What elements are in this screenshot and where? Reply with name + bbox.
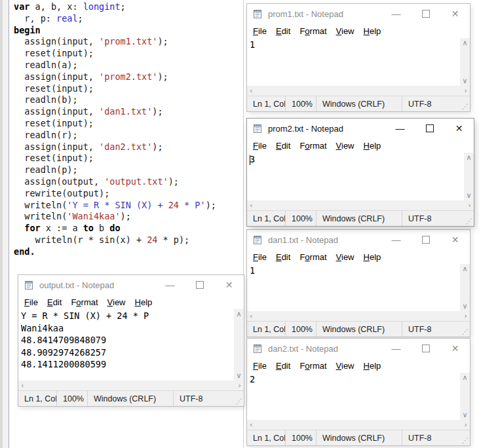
- window-title: prom1.txt - Notepad: [268, 9, 381, 19]
- menu-item-help[interactable]: Help: [359, 26, 386, 36]
- menu-item-format[interactable]: Format: [295, 252, 331, 262]
- maximize-button[interactable]: [415, 119, 444, 138]
- menu-item-file[interactable]: File: [248, 252, 271, 262]
- menu-item-view[interactable]: View: [103, 297, 130, 307]
- code-line: begin: [14, 25, 216, 37]
- scroll-left-icon[interactable]: ‹: [250, 312, 252, 320]
- notepad-window: prom2.txt - Notepad — ✕ FileEditFormatVi…: [247, 119, 474, 226]
- close-button[interactable]: ✕: [440, 339, 470, 358]
- menu-item-help[interactable]: Help: [130, 297, 157, 307]
- text-line: 48.9092974268257: [21, 346, 234, 359]
- resize-grip[interactable]: ⋰: [458, 430, 470, 445]
- close-button[interactable]: ✕: [440, 4, 470, 24]
- menu-item-view[interactable]: View: [332, 26, 359, 36]
- menu-item-edit[interactable]: Edit: [271, 26, 295, 36]
- scroll-left-icon[interactable]: ‹: [21, 382, 24, 389]
- scroll-up-icon[interactable]: ∧: [462, 373, 467, 383]
- menu-item-view[interactable]: View: [332, 361, 359, 371]
- menu-item-view[interactable]: View: [332, 252, 359, 262]
- menu-item-edit[interactable]: Edit: [271, 252, 295, 262]
- menu-item-view[interactable]: View: [332, 141, 359, 151]
- menu-item-format[interactable]: Format: [295, 26, 331, 36]
- menu-item-format[interactable]: Format: [66, 297, 102, 307]
- menu-item-edit[interactable]: Edit: [43, 297, 66, 307]
- minimize-button[interactable]: —: [381, 4, 411, 24]
- maximize-button[interactable]: [411, 4, 440, 24]
- horizontal-scrollbar[interactable]: ‹ ›: [247, 420, 470, 430]
- notepad-icon: [252, 234, 263, 245]
- scroll-right-icon[interactable]: ›: [469, 202, 471, 209]
- status-zoom-level: 100%: [286, 322, 316, 337]
- minimize-button[interactable]: —: [381, 339, 411, 358]
- scroll-left-icon[interactable]: ‹: [250, 421, 252, 428]
- notepad-icon: [24, 280, 34, 290]
- vertical-scrollbar[interactable]: ∧ ∨: [464, 153, 474, 200]
- text-area[interactable]: 3: [247, 153, 464, 200]
- text-area[interactable]: 2: [247, 373, 460, 420]
- maximize-button[interactable]: [411, 230, 440, 250]
- vertical-scrollbar[interactable]: ∧ ∨: [460, 38, 470, 86]
- title-bar[interactable]: output.txt - Notepad — ✕: [18, 275, 244, 295]
- close-button[interactable]: ✕: [440, 230, 470, 250]
- status-cursor-position: Ln 1, Col: [247, 211, 286, 226]
- minimize-button[interactable]: —: [155, 275, 185, 295]
- scroll-down-icon[interactable]: ∨: [462, 76, 467, 86]
- menu-item-help[interactable]: Help: [359, 361, 386, 371]
- title-bar[interactable]: prom2.txt - Notepad — ✕: [247, 119, 474, 138]
- code-line: assign(input, 'dan1.txt');: [14, 106, 216, 118]
- horizontal-scrollbar[interactable]: ‹ ›: [247, 86, 470, 96]
- menu-item-file[interactable]: File: [248, 141, 271, 151]
- title-bar[interactable]: dan2.txt - Notepad — ✕: [247, 339, 470, 358]
- code-line: readln(a);: [14, 60, 216, 71]
- horizontal-scrollbar[interactable]: ‹ ›: [18, 381, 244, 390]
- menu-item-edit[interactable]: Edit: [271, 361, 295, 371]
- close-button[interactable]: ✕: [444, 119, 474, 138]
- menu-item-format[interactable]: Format: [295, 141, 331, 151]
- horizontal-scrollbar[interactable]: ‹ ›: [247, 311, 470, 321]
- menu-item-file[interactable]: File: [248, 361, 271, 371]
- menu-item-file[interactable]: File: [20, 297, 43, 307]
- resize-grip[interactable]: ⋰: [458, 322, 470, 337]
- scroll-right-icon[interactable]: ›: [465, 421, 467, 428]
- maximize-button[interactable]: [411, 339, 440, 358]
- menu-item-help[interactable]: Help: [359, 141, 386, 151]
- vertical-scrollbar[interactable]: ∧ ∨: [460, 373, 470, 420]
- horizontal-scrollbar[interactable]: ‹ ›: [247, 200, 474, 210]
- menu-item-format[interactable]: Format: [295, 361, 331, 371]
- scroll-down-icon[interactable]: ∨: [462, 301, 467, 311]
- notepad-icon: [252, 9, 263, 19]
- resize-grip[interactable]: ⋰: [462, 211, 474, 226]
- scroll-right-icon[interactable]: ›: [465, 87, 467, 94]
- scroll-down-icon[interactable]: ∨: [462, 410, 467, 420]
- scroll-right-icon[interactable]: ›: [239, 382, 241, 389]
- text-line: 2: [250, 373, 460, 386]
- title-bar[interactable]: dan1.txt - Notepad — ✕: [247, 230, 470, 250]
- scroll-left-icon[interactable]: ‹: [250, 202, 252, 209]
- scroll-up-icon[interactable]: ∧: [466, 153, 471, 162]
- scroll-up-icon[interactable]: ∧: [236, 309, 241, 319]
- code-line: for x := a to b do: [14, 223, 216, 234]
- text-area[interactable]: 1: [247, 264, 460, 311]
- resize-grip[interactable]: ⋰: [232, 391, 244, 406]
- text-area[interactable]: 1: [247, 38, 460, 86]
- close-button[interactable]: ✕: [214, 275, 244, 295]
- resize-grip[interactable]: ⋰: [458, 96, 470, 111]
- vertical-scrollbar[interactable]: ∧ ∨: [234, 309, 244, 381]
- code-line: writeln('Wani4kaa');: [14, 211, 216, 223]
- scroll-up-icon[interactable]: ∧: [462, 38, 467, 48]
- scroll-left-icon[interactable]: ‹: [250, 87, 252, 94]
- vertical-scrollbar[interactable]: ∧ ∨: [460, 264, 470, 311]
- menu-item-file[interactable]: File: [248, 26, 271, 36]
- scroll-down-icon[interactable]: ∨: [236, 371, 241, 381]
- title-bar[interactable]: prom1.txt - Notepad — ✕: [247, 4, 470, 24]
- menu-item-help[interactable]: Help: [359, 252, 386, 262]
- maximize-button[interactable]: [185, 275, 214, 295]
- scroll-down-icon[interactable]: ∨: [466, 191, 471, 200]
- scroll-up-icon[interactable]: ∧: [462, 264, 467, 274]
- minimize-button[interactable]: —: [385, 119, 415, 138]
- scroll-right-icon[interactable]: ›: [465, 312, 467, 320]
- menu-item-edit[interactable]: Edit: [271, 141, 295, 151]
- text-area[interactable]: Y = R * SIN (X) + 24 * PWani4kaa48.84147…: [18, 309, 234, 381]
- minimize-button[interactable]: —: [381, 230, 411, 250]
- notepad-window: dan2.txt - Notepad — ✕ FileEditFormatVie…: [247, 339, 470, 445]
